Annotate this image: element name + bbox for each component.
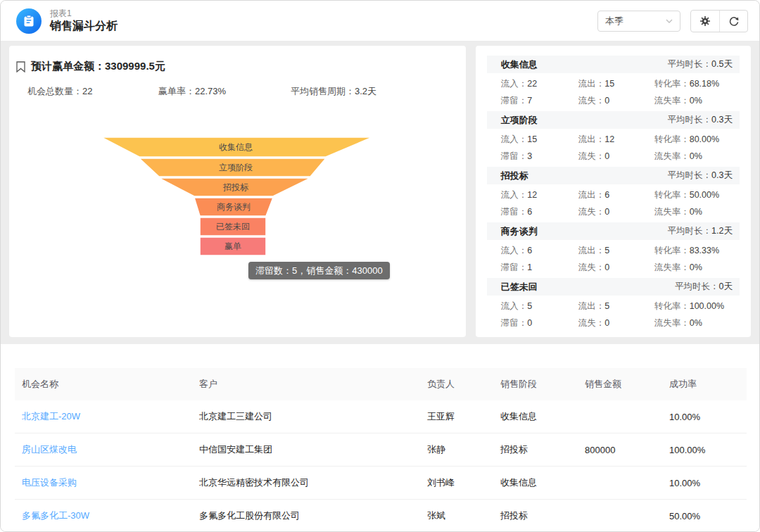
header: 报表1 销售漏斗分析 本季 — [1, 1, 759, 42]
cell-rate: 100.00% — [662, 445, 747, 455]
table-header-row: 机会名称 客户 负责人 销售阶段 销售金额 成功率 — [15, 368, 747, 400]
cell-customer: 北京华远精密技术有限公司 — [192, 476, 420, 489]
refresh-icon — [728, 15, 740, 27]
metric-conversion: 转化率：100.00% — [654, 300, 740, 312]
metric-outflow: 流出：5 — [578, 245, 654, 257]
metric-stay: 滞留：0 — [501, 317, 578, 329]
metric-inflow: 流入：22 — [501, 78, 578, 90]
cell-stage: 收集信息 — [493, 476, 578, 489]
stage-name: 招投标 — [501, 170, 528, 182]
stage-avg-duration: 平均时长：0天 — [675, 281, 733, 293]
toolbar-button-group — [690, 10, 748, 32]
refresh-button[interactable] — [719, 11, 747, 32]
column-header: 销售阶段 — [493, 378, 578, 391]
opportunity-link[interactable]: 多氟多化工-30W — [15, 509, 192, 522]
stage-avg-duration: 平均时长：0.3天 — [668, 114, 733, 126]
stage-avg-duration: 平均时长：1.2天 — [668, 225, 733, 237]
funnel-card: 预计赢单金额：3309999.5元 机会总数量：22 赢单率：22.73% 平均… — [9, 46, 466, 337]
funnel-stage-label: 收集信息 — [219, 142, 253, 152]
stage-metrics-row: 滞留：7 流失：0 流失率：0% — [487, 92, 740, 109]
table-row[interactable]: 电压设备采购 北京华远精密技术有限公司 刘书峰 收集信息 10.00% — [15, 467, 747, 500]
stage-section-header: 立项阶段 平均时长：0.3天 — [487, 111, 740, 129]
cell-customer: 北京建工三建公司 — [192, 410, 420, 423]
cell-rate: 50.00% — [662, 511, 747, 521]
funnel-chart: 收集信息立项阶段招投标商务谈判已签未回赢单 — [9, 134, 467, 310]
stage-section: 已签未回 平均时长：0天 流入：5 流出：5 转化率：100.00% 滞留：0 … — [487, 278, 740, 331]
metric-lost: 流失：0 — [578, 206, 654, 218]
stage-name: 已签未回 — [501, 281, 538, 293]
stage-section-header: 商务谈判 平均时长：1.2天 — [487, 222, 740, 240]
cell-rate: 10.00% — [662, 478, 747, 488]
report-logo — [16, 8, 42, 34]
opportunity-table: 机会名称 客户 负责人 销售阶段 销售金额 成功率 北京建工-20W 北京建工三… — [15, 368, 747, 531]
column-header: 客户 — [192, 378, 420, 391]
table-row[interactable]: 多氟多化工-30W 多氟多化工股份有限公司 张斌 招投标 50.00% — [15, 500, 747, 531]
stage-section: 商务谈判 平均时长：1.2天 流入：6 流出：5 转化率：83.33% 滞留：1… — [487, 222, 740, 276]
column-header: 销售金额 — [578, 378, 662, 391]
stage-metrics-panel: 收集信息 平均时长：0.5天 流入：22 流出：15 转化率：68.18% 滞留… — [476, 46, 751, 337]
metric-outflow: 流出：6 — [578, 189, 654, 201]
opportunity-link[interactable]: 北京建工-20W — [15, 410, 192, 423]
funnel-stage-label: 赢单 — [224, 241, 241, 251]
table-body: 北京建工-20W 北京建工三建公司 王亚辉 收集信息 10.00% 房山区煤改电… — [15, 400, 747, 531]
stage-metrics-row: 流入：12 流出：6 转化率：50.00% — [487, 186, 740, 203]
page-title: 销售漏斗分析 — [50, 19, 118, 33]
summary-stat: 机会总数量：22 — [27, 85, 92, 98]
column-header: 负责人 — [420, 378, 493, 391]
metric-conversion: 转化率：68.18% — [654, 78, 740, 90]
stage-section-header: 收集信息 平均时长：0.5天 — [487, 56, 740, 73]
opportunity-table-panel: 机会名称 客户 负责人 销售阶段 销售金额 成功率 北京建工-20W 北京建工三… — [1, 344, 759, 531]
column-header: 成功率 — [662, 378, 747, 391]
cell-owner: 张斌 — [420, 509, 493, 522]
cell-owner: 王亚辉 — [420, 410, 493, 423]
stage-section: 收集信息 平均时长：0.5天 流入：22 流出：15 转化率：68.18% 滞留… — [487, 56, 740, 109]
summary-stat: 平均销售周期：3.2天 — [291, 85, 376, 98]
main-content: 预计赢单金额：3309999.5元 机会总数量：22 赢单率：22.73% 平均… — [1, 42, 759, 531]
metric-lost: 流失：0 — [578, 317, 654, 329]
metric-lost: 流失：0 — [578, 262, 654, 274]
cell-customer: 多氟多化工股份有限公司 — [192, 509, 420, 522]
settings-button[interactable] — [691, 11, 719, 32]
stage-section-header: 已签未回 平均时长：0天 — [487, 278, 740, 296]
table-row[interactable]: 北京建工-20W 北京建工三建公司 王亚辉 收集信息 10.00% — [15, 400, 747, 433]
opportunity-link[interactable]: 电压设备采购 — [15, 476, 192, 489]
metric-lost-rate: 流失率：0% — [654, 151, 740, 163]
cell-owner: 刘书峰 — [420, 476, 493, 489]
metric-stay: 滞留：7 — [501, 95, 578, 107]
metric-lost-rate: 流失率：0% — [654, 317, 740, 329]
column-header: 机会名称 — [15, 378, 192, 391]
metric-lost-rate: 流失率：0% — [654, 95, 740, 107]
metric-outflow: 流出：15 — [578, 78, 654, 90]
app-window: 报表1 销售漏斗分析 本季 — [0, 0, 760, 532]
stage-metrics-row: 流入：22 流出：15 转化率：68.18% — [487, 75, 740, 92]
funnel-stage-label: 已签未回 — [216, 222, 250, 232]
metric-outflow: 流出：12 — [578, 134, 654, 146]
stage-metrics-row: 滞留：6 流失：0 流失率：0% — [487, 203, 740, 220]
cell-amount: 800000 — [578, 445, 662, 455]
stage-metrics-row: 滞留：1 流失：0 流失率：0% — [487, 259, 740, 276]
period-select[interactable]: 本季 — [597, 11, 680, 32]
clipboard-icon — [23, 15, 34, 27]
table-row[interactable]: 房山区煤改电 中信国安建工集团 张静 招投标 800000 100.00% — [15, 433, 747, 467]
expected-amount: 预计赢单金额：3309999.5元 — [31, 60, 165, 73]
cell-stage: 招投标 — [493, 509, 578, 522]
gear-icon — [699, 15, 711, 27]
stage-name: 立项阶段 — [501, 114, 538, 127]
opportunity-link[interactable]: 房山区煤改电 — [15, 443, 192, 456]
stage-name: 收集信息 — [501, 58, 538, 71]
stage-section-header: 招投标 平均时长：0.3天 — [487, 167, 740, 184]
metric-lost-rate: 流失率：0% — [654, 262, 740, 274]
funnel-stage-label: 商务谈判 — [217, 202, 251, 212]
stage-avg-duration: 平均时长：0.5天 — [668, 58, 733, 70]
metric-inflow: 流入：15 — [501, 134, 578, 146]
stage-avg-duration: 平均时长：0.3天 — [668, 170, 733, 182]
cell-stage: 招投标 — [493, 443, 578, 456]
cell-stage: 收集信息 — [493, 410, 578, 423]
funnel-stage-label: 招投标 — [222, 182, 249, 192]
metric-lost: 流失：0 — [578, 151, 654, 163]
stage-metrics-row: 滞留：0 流失：0 流失率：0% — [487, 315, 740, 331]
period-select-value: 本季 — [605, 15, 623, 27]
stage-name: 商务谈判 — [501, 225, 538, 238]
metric-lost: 流失：0 — [578, 95, 654, 107]
metric-inflow: 流入：5 — [501, 300, 578, 312]
